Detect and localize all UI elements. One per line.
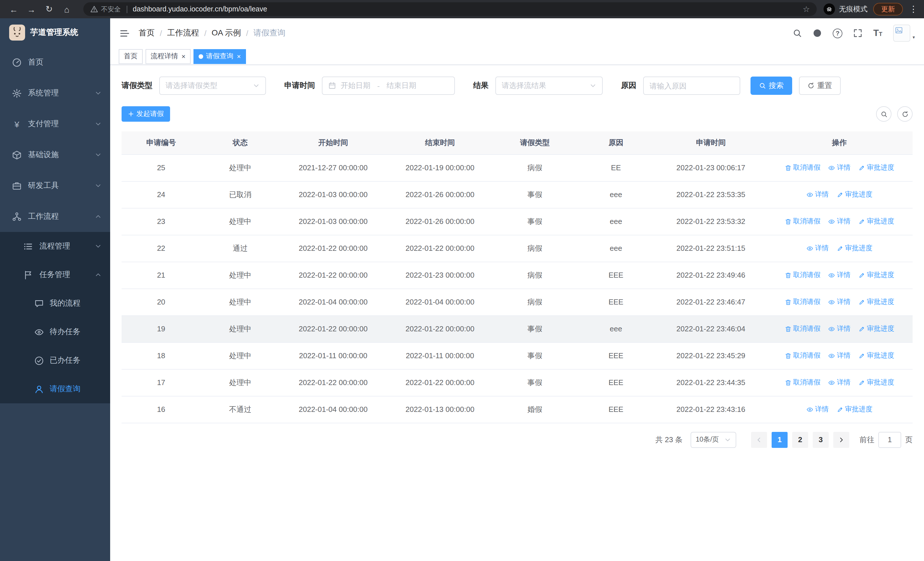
approval-progress-link[interactable]: 审批进度: [858, 163, 894, 173]
approval-progress-link[interactable]: 审批进度: [836, 244, 872, 253]
sidebar-item-dev-tools[interactable]: 研发工具: [0, 170, 110, 201]
close-icon[interactable]: ×: [182, 52, 186, 60]
tab-home[interactable]: 首页 ×: [119, 49, 142, 64]
sidebar-item-my-processes[interactable]: 我的流程: [0, 289, 110, 317]
sidebar-item-todo-tasks[interactable]: 待办任务: [0, 317, 110, 346]
search-icon[interactable]: [793, 29, 802, 38]
bookmark-star-icon[interactable]: ☆: [803, 5, 810, 14]
tab-leave-query[interactable]: 请假查询 ×: [194, 49, 246, 64]
detail-link[interactable]: 详情: [828, 270, 850, 280]
breadcrumb-item[interactable]: 首页/: [139, 28, 167, 38]
browser-home-icon[interactable]: ⌂: [60, 4, 74, 14]
browser-forward-icon[interactable]: →: [24, 4, 38, 14]
font-size-icon[interactable]: TT: [873, 29, 882, 38]
chevron-down-icon: [95, 213, 102, 220]
next-page-button[interactable]: [833, 432, 849, 448]
user-menu[interactable]: ▾: [893, 24, 915, 42]
browser-update-button[interactable]: 更新: [873, 3, 903, 15]
fullscreen-icon[interactable]: [853, 29, 862, 38]
detail-link[interactable]: 详情: [828, 324, 850, 334]
prev-page-button[interactable]: [751, 432, 767, 448]
reset-button[interactable]: 重置: [799, 77, 841, 95]
apply-time-range-picker[interactable]: 开始日期 - 结束日期: [322, 77, 455, 95]
browser-back-icon[interactable]: ←: [7, 4, 21, 14]
cell-reason: EEE: [576, 289, 656, 315]
cancel-leave-link[interactable]: 取消请假: [784, 351, 820, 361]
page-button-2[interactable]: 2: [792, 432, 808, 448]
breadcrumb-item[interactable]: 工作流程/: [167, 28, 212, 38]
sidebar-item-infrastructure[interactable]: 基础设施: [0, 139, 110, 170]
reason-input[interactable]: [650, 81, 734, 90]
detail-link[interactable]: 详情: [828, 217, 850, 226]
pagination: 共 23 条 10条/页 1 2 3 前往 页: [122, 432, 913, 448]
page-button-1[interactable]: 1: [772, 432, 788, 448]
approval-progress-link[interactable]: 审批进度: [836, 405, 872, 414]
detail-link[interactable]: 详情: [828, 297, 850, 307]
tab-process-detail[interactable]: 流程详情 ×: [146, 49, 190, 64]
detail-link[interactable]: 详情: [806, 190, 829, 199]
approval-progress-link[interactable]: 审批进度: [858, 378, 894, 387]
app-logo-row[interactable]: 芋道管理系统: [0, 18, 110, 47]
breadcrumb-item[interactable]: OA 示例/: [212, 28, 254, 38]
goto-page-input[interactable]: [878, 432, 901, 448]
url-text: dashboard.yudao.iocoder.cn/bpm/oa/leave: [133, 5, 267, 13]
sidebar-item-payment-management[interactable]: ¥ 支付管理: [0, 108, 110, 139]
end-date-input[interactable]: 结束日期: [387, 81, 416, 91]
col-status: 状态: [201, 131, 280, 154]
detail-link[interactable]: 详情: [806, 405, 829, 414]
approval-progress-link[interactable]: 审批进度: [836, 190, 872, 199]
browser-reload-icon[interactable]: ↻: [42, 4, 56, 14]
table-row: 19 处理中 2022-01-22 00:00:00 2022-01-22 00…: [122, 315, 913, 342]
table-row: 25 处理中 2021-12-27 00:00:00 2022-01-19 00…: [122, 154, 913, 181]
sidebar-item-done-tasks[interactable]: 已办任务: [0, 346, 110, 375]
search-button[interactable]: 搜索: [750, 77, 792, 95]
cell-end-time: 2022-01-19 00:00:00: [387, 154, 494, 181]
sidebar-item-leave-query[interactable]: 请假查询: [0, 375, 110, 403]
cancel-leave-link[interactable]: 取消请假: [784, 270, 820, 280]
cancel-leave-link[interactable]: 取消请假: [784, 297, 820, 307]
detail-link[interactable]: 详情: [806, 244, 829, 253]
page-button-3[interactable]: 3: [813, 432, 829, 448]
detail-link[interactable]: 详情: [828, 163, 850, 173]
browser-address-bar[interactable]: 不安全 dashboard.yudao.iocoder.cn/bpm/oa/le…: [83, 2, 817, 16]
sidebar-item-workflow[interactable]: 工作流程: [0, 201, 110, 232]
cancel-leave-link[interactable]: 取消请假: [784, 324, 820, 334]
approval-progress-link[interactable]: 审批进度: [858, 324, 894, 334]
close-icon[interactable]: ×: [237, 52, 241, 60]
browser-menu-icon[interactable]: ⋮: [909, 4, 917, 14]
table-row: 18 处理中 2022-01-11 00:00:00 2022-01-11 00…: [122, 342, 913, 369]
cell-end-time: 2022-01-11 00:00:00: [387, 342, 494, 369]
sidebar-item-home[interactable]: 首页: [0, 47, 110, 78]
start-date-input[interactable]: 开始日期: [341, 81, 370, 91]
leave-type-select[interactable]: 请选择请假类型: [159, 77, 266, 95]
approval-progress-link[interactable]: 审批进度: [858, 351, 894, 361]
cell-start-time: 2022-01-22 00:00:00: [280, 235, 386, 262]
approval-progress-link[interactable]: 审批进度: [858, 270, 894, 280]
create-leave-button[interactable]: 发起请假: [122, 106, 170, 122]
approval-progress-link[interactable]: 审批进度: [858, 297, 894, 307]
github-icon[interactable]: [813, 29, 822, 38]
page-size-select[interactable]: 10条/页: [691, 432, 736, 448]
approval-progress-link[interactable]: 审批进度: [858, 217, 894, 226]
cancel-leave-link[interactable]: 取消请假: [784, 378, 820, 387]
sidebar-item-process-management[interactable]: 流程管理: [0, 232, 110, 260]
cell-apply-id: 17: [122, 369, 201, 396]
chevron-down-icon: [724, 436, 731, 443]
table-row: 20 处理中 2022-01-04 00:00:00 2022-01-04 00…: [122, 289, 913, 315]
help-icon[interactable]: ?: [832, 28, 842, 38]
result-select[interactable]: 请选择流结果: [495, 77, 603, 95]
sidebar-item-task-management[interactable]: 任务管理: [0, 260, 110, 289]
cancel-leave-link[interactable]: 取消请假: [784, 217, 820, 226]
eye-icon: [806, 191, 813, 198]
cancel-leave-link[interactable]: 取消请假: [784, 163, 820, 173]
toggle-search-button[interactable]: [876, 106, 891, 122]
refresh-table-button[interactable]: [897, 106, 913, 122]
collapse-sidebar-icon[interactable]: [119, 28, 130, 38]
sidebar-item-system-management[interactable]: 系统管理: [0, 78, 110, 108]
cell-status: 处理中: [201, 369, 280, 396]
sidebar-item-label: 首页: [28, 57, 44, 68]
detail-link[interactable]: 详情: [828, 378, 850, 387]
edit-icon: [858, 325, 865, 332]
cell-apply-time: 2022-01-23 00:06:17: [656, 154, 766, 181]
detail-link[interactable]: 详情: [828, 351, 850, 361]
